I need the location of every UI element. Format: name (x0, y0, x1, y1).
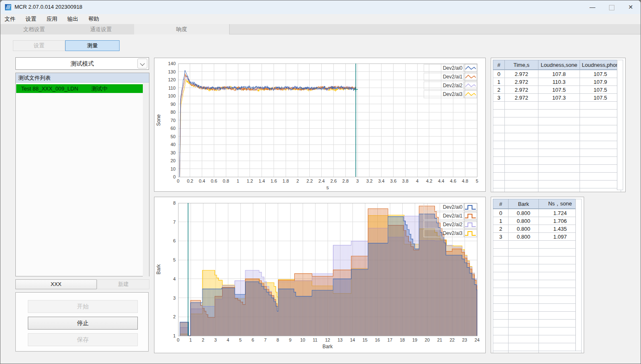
menu-settings[interactable]: 设置 (21, 14, 40, 24)
svg-text:3.6: 3.6 (390, 178, 396, 183)
table-cell (509, 264, 539, 272)
menu-file[interactable]: 文件 (0, 14, 20, 24)
table-row[interactable]: 32.972107.3107.5 (493, 94, 621, 102)
test-file-list: 测试文件列表 Test 88_XXX_009_LDN 测试中 (15, 73, 149, 276)
table-cell (509, 272, 539, 280)
table-cell: 107.8 (538, 70, 580, 78)
table-cell (538, 165, 580, 173)
menu-bar: 文件 设置 应用 输出 帮助 (0, 14, 641, 24)
svg-text:8: 8 (276, 337, 279, 342)
legend-label: Dev2/ai2 (443, 83, 463, 88)
svg-text:7: 7 (264, 337, 267, 342)
svg-text:15: 15 (362, 337, 367, 342)
table-row (493, 320, 582, 327)
file-list-item[interactable]: Test 88_XXX_009_LDN 测试中 (16, 84, 143, 93)
svg-text:0: 0 (177, 337, 179, 342)
col-header: Loudness,phon (580, 60, 621, 70)
table-cell: 0 (493, 209, 509, 217)
legend-label: Dev2/ai0 (443, 65, 463, 71)
stop-button[interactable]: 停止 (28, 317, 138, 330)
table-cell: 0 (493, 70, 505, 78)
table-cell: 110.3 (538, 78, 580, 86)
svg-text:70: 70 (171, 118, 176, 123)
table-row[interactable]: 02.972107.8107.5 (493, 70, 621, 78)
table-cell (493, 296, 509, 304)
table-cell (505, 149, 538, 157)
table-cell (509, 343, 539, 351)
svg-text:7: 7 (173, 220, 176, 225)
table-row (493, 157, 621, 165)
table-row (493, 351, 582, 354)
table-row[interactable]: 30.8001.097 (493, 233, 582, 241)
svg-text:24: 24 (475, 337, 480, 342)
svg-text:0: 0 (177, 178, 179, 183)
table-row (493, 165, 621, 173)
svg-text:50: 50 (171, 134, 176, 139)
table-cell: 0.800 (509, 209, 539, 217)
minimize-button[interactable]: — (583, 0, 602, 14)
file-status: 测试中 (91, 86, 108, 92)
table-row (493, 181, 621, 188)
table-cell (538, 102, 580, 110)
table-cell (493, 327, 509, 335)
table-cell: 107.5 (580, 94, 621, 102)
file-list-scrollbar[interactable] (143, 83, 149, 276)
table-cell (493, 272, 509, 280)
table-row[interactable]: 22.972107.5107.5 (493, 86, 621, 94)
loudness-table-scrollbar[interactable] (617, 60, 623, 190)
table-cell (493, 117, 505, 125)
loudness-table-header-row: #Time,sLoudness,soneLoudness,phon (493, 60, 621, 70)
table-cell (509, 249, 539, 257)
table-cell (509, 320, 539, 327)
svg-text:0.4: 0.4 (199, 178, 205, 183)
bark-table-scrollbar[interactable] (575, 199, 582, 351)
table-cell (493, 343, 509, 351)
close-button[interactable]: ✕ (621, 0, 640, 14)
control-box: 开始 停止 保存 (15, 292, 149, 352)
tab-channel-settings[interactable]: 通道设置 (68, 24, 135, 34)
bark-table-panel: #BarkNs，sone 00.8001.72410.8001.70620.80… (491, 197, 584, 353)
table-row[interactable]: 10.8001.706 (493, 217, 582, 225)
table-row (493, 141, 621, 149)
col-header: Loudness,sone (538, 60, 580, 70)
menu-help[interactable]: 帮助 (84, 14, 103, 24)
table-row[interactable]: 12.972110.3107.9 (493, 78, 621, 86)
table-cell (538, 173, 580, 181)
table-row[interactable]: 20.8001.435 (493, 225, 582, 233)
table-cell (580, 165, 621, 173)
svg-text:0: 0 (173, 174, 176, 179)
maximize-button[interactable] (602, 0, 621, 14)
table-row (493, 117, 621, 125)
table-cell (538, 133, 580, 141)
tab-document-settings[interactable]: 文档设置 (0, 24, 68, 34)
table-row (493, 125, 621, 133)
menu-output[interactable]: 输出 (63, 14, 82, 24)
table-cell (493, 264, 509, 272)
svg-text:2.6: 2.6 (330, 178, 337, 183)
table-row[interactable]: 00.8001.724 (493, 209, 582, 217)
table-cell (493, 157, 505, 165)
legend-label: Dev2/ai3 (443, 91, 463, 97)
table-row (493, 296, 582, 304)
table-cell (493, 125, 505, 133)
col-header: Time,s (505, 60, 538, 70)
table-cell (580, 117, 621, 125)
subtab-settings[interactable]: 设置 (13, 40, 65, 51)
table-cell: 3 (493, 94, 505, 102)
file-name: Test 88_XXX_009_LDN (21, 86, 78, 92)
tab-loudness[interactable]: 响度 (134, 24, 230, 34)
chevron-down-icon[interactable] (137, 59, 147, 68)
svg-text:120: 120 (168, 77, 176, 82)
test-mode-select[interactable]: 测试模式 (15, 57, 149, 70)
table-row (493, 327, 582, 335)
table-cell (509, 312, 539, 320)
svg-text:3.8: 3.8 (402, 178, 409, 183)
menu-apply[interactable]: 应用 (42, 14, 61, 24)
table-cell (580, 181, 621, 188)
xxx-button[interactable]: XXX (15, 279, 97, 289)
svg-text:1.8: 1.8 (283, 178, 289, 183)
subtab-measure[interactable]: 测量 (65, 40, 120, 51)
svg-text:11: 11 (313, 337, 317, 342)
table-cell (580, 173, 621, 181)
table-row (493, 173, 621, 181)
